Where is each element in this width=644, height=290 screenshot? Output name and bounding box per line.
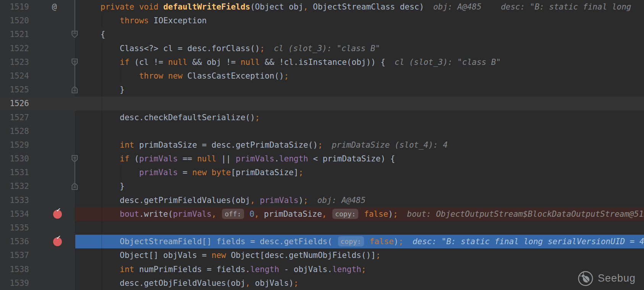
line-number[interactable]: 1537: [0, 248, 29, 262]
code-text[interactable]: private void defaultWriteFields(Object o…: [75, 0, 644, 14]
code-token: [100, 140, 120, 150]
line-number[interactable]: 1534: [0, 207, 29, 221]
code-text[interactable]: throw new ClassCastException();: [75, 69, 644, 83]
code-token: new byte: [192, 168, 231, 177]
line-number[interactable]: 1521: [0, 27, 29, 41]
code-line[interactable]: 1533 desc.getPrimFieldValues(obj, primVa…: [0, 193, 644, 207]
code-line[interactable]: 1526: [0, 97, 644, 110]
code-token: [365, 237, 370, 246]
indent-guide: [102, 14, 102, 27]
code-token: primVals: [236, 154, 274, 163]
code-token: ClassCastException(): [188, 71, 284, 81]
code-token: 0: [249, 209, 254, 219]
code-text[interactable]: ObjectStreamField[] fields = desc.getFie…: [75, 235, 644, 248]
line-number[interactable]: 1520: [0, 14, 29, 27]
code-line[interactable]: 1524 throw new ClassCastException();: [0, 69, 644, 83]
code-line[interactable]: 1537 Object[] objVals = new Object[desc.…: [0, 248, 644, 262]
code-text[interactable]: Class<?> cl = desc.forClass();cl (slot_3…: [75, 42, 644, 55]
fold-range-line: [74, 60, 75, 92]
code-line[interactable]: 1529 int primDataSize = desc.getPrimData…: [0, 138, 644, 152]
line-number[interactable]: 1535: [0, 221, 29, 235]
line-number[interactable]: 1532: [0, 179, 29, 193]
line-number[interactable]: 1536: [0, 235, 29, 248]
code-text[interactable]: bout.write(primVals, off: 0, primDataSiz…: [75, 207, 644, 221]
code-line[interactable]: 1528: [0, 124, 644, 138]
line-number[interactable]: 1533: [0, 193, 29, 207]
code-line[interactable]: 1538 int numPrimFields = fields.length -…: [0, 263, 644, 276]
code-line[interactable]: 1527 desc.checkDefaultSerialize();: [0, 111, 644, 124]
code-text[interactable]: int numPrimFields = fields.length - objV…: [75, 263, 644, 276]
code-token: ;: [298, 168, 303, 177]
param-hint-chip: copy:: [338, 236, 364, 246]
code-text[interactable]: desc.getObjFieldValues(obj, objVals);: [75, 276, 644, 290]
code-text[interactable]: desc.getPrimFieldValues(obj, primVals);o…: [75, 193, 644, 207]
code-token: defaultWriteFields: [163, 2, 250, 11]
line-number[interactable]: 1524: [0, 69, 29, 83]
code-token: ,: [303, 2, 308, 11]
code-text[interactable]: }: [75, 83, 644, 97]
line-number[interactable]: 1539: [0, 276, 29, 290]
code-token: Class<?> cl = desc.forClass(): [100, 44, 260, 53]
code-text[interactable]: Object[] objVals = new Object[desc.getNu…: [75, 248, 644, 262]
code-line[interactable]: 1532 }: [0, 179, 644, 193]
code-token: null: [197, 154, 217, 163]
code-text[interactable]: if (cl != null && obj != null && !cl.isI…: [75, 55, 644, 69]
code-line[interactable]: 1535: [0, 221, 644, 235]
code-token: throw new: [139, 71, 187, 81]
code-token: [primDataSize]: [231, 168, 298, 177]
code-text[interactable]: throws IOException: [75, 14, 644, 27]
line-number[interactable]: 1519: [0, 0, 29, 14]
code-text[interactable]: }: [75, 179, 644, 193]
code-token: null: [241, 58, 260, 67]
code-token: ;: [303, 196, 308, 205]
code-text[interactable]: {: [75, 27, 644, 41]
line-number[interactable]: 1526: [0, 97, 29, 110]
code-text[interactable]: int primDataSize = desc.getPrimDataSize(…: [75, 138, 644, 152]
code-token: .write(: [139, 209, 173, 219]
code-line[interactable]: 1521{: [0, 27, 644, 41]
code-token: [245, 209, 250, 219]
code-line[interactable]: 1523 if (cl != null && obj != null && !c…: [0, 55, 644, 69]
inline-debugger-hint: bout: ObjectOutputStream$BlockDataOutput…: [407, 209, 644, 219]
code-text[interactable]: [75, 124, 644, 138]
code-token: new: [212, 251, 231, 260]
line-number[interactable]: 1538: [0, 263, 29, 276]
code-line[interactable]: 1530 if (primVals == null || primVals.le…: [0, 152, 644, 166]
line-number[interactable]: 1530: [0, 152, 29, 166]
code-text[interactable]: desc.checkDefaultSerialize();: [75, 111, 644, 124]
code-line[interactable]: 1519@private void defaultWriteFields(Obj…: [0, 0, 644, 14]
code-line[interactable]: 1520 throws IOException: [0, 14, 644, 27]
indent-guide: [102, 42, 102, 290]
code-token: numPrimFields = fields.: [139, 265, 250, 274]
code-text[interactable]: [75, 221, 644, 235]
code-token: ;: [376, 251, 381, 260]
code-line[interactable]: 1536✔ ObjectStreamField[] fields = desc.…: [0, 235, 644, 248]
code-line[interactable]: 1525 }: [0, 83, 644, 97]
line-number[interactable]: 1529: [0, 138, 29, 152]
code-line[interactable]: 1522 Class<?> cl = desc.forClass();cl (s…: [0, 42, 644, 55]
code-token: ;: [318, 140, 323, 150]
code-token: {: [100, 30, 105, 39]
line-number[interactable]: 1523: [0, 55, 29, 69]
code-token: [100, 58, 120, 67]
code-line[interactable]: 1531 primVals = new byte[primDataSize];: [0, 166, 644, 179]
line-number[interactable]: 1525: [0, 83, 29, 97]
code-line[interactable]: 1534✔ bout.write(primVals, off: 0, primD…: [0, 207, 644, 221]
line-number[interactable]: 1522: [0, 42, 29, 55]
seebug-logo-icon: [576, 269, 594, 287]
line-number[interactable]: 1531: [0, 166, 29, 179]
code-token: false: [364, 209, 388, 219]
param-hint-chip: copy:: [332, 209, 358, 219]
code-token: =: [178, 168, 192, 177]
code-text[interactable]: [75, 97, 644, 110]
code-token: if: [120, 58, 134, 67]
code-token: - objVals.: [279, 265, 332, 274]
line-number[interactable]: 1527: [0, 111, 29, 124]
code-token: < primDataSize) {: [308, 154, 395, 163]
code-token: (: [134, 154, 139, 163]
code-text[interactable]: if (primVals == null || primVals.length …: [75, 152, 644, 166]
line-number[interactable]: 1528: [0, 124, 29, 138]
code-editor[interactable]: 1519@private void defaultWriteFields(Obj…: [0, 0, 644, 290]
code-text[interactable]: primVals = new byte[primDataSize];: [75, 166, 644, 179]
code-line[interactable]: 1539 desc.getObjFieldValues(obj, objVals…: [0, 276, 644, 290]
